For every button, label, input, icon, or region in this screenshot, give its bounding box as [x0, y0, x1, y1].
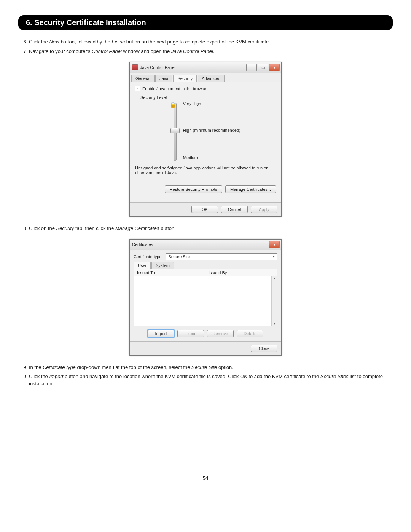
cert-type-dropdown[interactable]: Secure Site ▾: [166, 253, 277, 260]
cert-subtabs: User System: [130, 260, 281, 269]
security-level-label: Security Level: [140, 95, 276, 100]
restore-prompts-button[interactable]: Restore Security Prompts: [165, 185, 222, 193]
close-dialog-button[interactable]: Close: [251, 345, 277, 352]
col-issued-by[interactable]: Issued By: [206, 269, 277, 276]
page-number: 54: [18, 475, 393, 481]
list-header: Issued To Issued By: [134, 269, 277, 276]
text: window and open the: [122, 48, 171, 54]
java-control-panel-window: Java Control Panel — ▭ x General Java Se…: [129, 62, 282, 217]
step-list-mid: Click on the Security tab, then click th…: [18, 225, 393, 232]
details-button[interactable]: Details: [237, 330, 263, 337]
tab-bar: General Java Security Advanced: [130, 73, 281, 82]
level-very-high: Very High: [180, 101, 201, 106]
tab-java[interactable]: Java: [155, 75, 172, 82]
scroll-up-icon[interactable]: ▴: [274, 276, 275, 280]
dialog-footer: OK Cancel Apply: [130, 202, 281, 216]
text-italic: OK: [240, 374, 247, 379]
level-medium: Medium: [180, 155, 198, 160]
cert-type-row: Certificate type: Secure Site ▾: [130, 250, 281, 260]
text: Navigate to your computer's: [29, 48, 92, 54]
text: Click the: [29, 39, 49, 45]
text: drop-down menu at the top of the screen,…: [76, 364, 191, 370]
step-6: Click the Next button, followed by the F…: [29, 38, 393, 46]
remove-button[interactable]: Remove: [207, 330, 234, 337]
text-italic: Import: [49, 374, 63, 379]
ok-button[interactable]: OK: [191, 206, 218, 213]
cert-action-buttons: Import Export Remove Details: [130, 329, 281, 341]
text-italic: Certificate type: [43, 364, 76, 370]
certificate-list[interactable]: Issued To Issued By ▴ ▾: [134, 269, 277, 326]
tab-advanced[interactable]: Advanced: [198, 75, 225, 82]
security-slider[interactable]: 🔒 Very High High (minimum recommended) M…: [169, 101, 276, 163]
text-italic: Next: [49, 39, 59, 45]
text: option.: [217, 364, 233, 370]
text: to add the KVM certificate to the: [247, 374, 320, 379]
text-italic: Secure Site: [191, 364, 217, 370]
step-10: Click the Import button and navigate to …: [29, 373, 393, 388]
text: button.: [159, 225, 176, 231]
text-italic: Java Control Panel: [171, 48, 213, 54]
text-italic: Security: [56, 225, 74, 231]
scrollbar[interactable]: ▴ ▾: [271, 276, 277, 326]
manage-certificates-button[interactable]: Manage Certificates...: [225, 185, 276, 193]
enable-java-label: Enable Java content in the browser: [142, 86, 208, 91]
step-list-top: Click the Next button, followed by the F…: [18, 38, 393, 55]
lock-icon: 🔒: [169, 101, 177, 109]
security-panel: ✓ Enable Java content in the browser Sec…: [130, 82, 281, 202]
java-app-icon: [132, 64, 138, 70]
checkbox-icon[interactable]: ✓: [135, 86, 140, 91]
text: In the: [29, 364, 43, 370]
titlebar[interactable]: Java Control Panel — ▭ x: [130, 62, 281, 73]
window-title: Java Control Panel: [140, 65, 175, 70]
text-italic: Secure Sites: [320, 374, 349, 379]
tab-general[interactable]: General: [131, 75, 155, 82]
close-button[interactable]: x: [269, 241, 280, 248]
minimize-button[interactable]: —: [246, 64, 257, 71]
text: button and navigate to the location wher…: [63, 374, 240, 379]
step-list-bottom: In the Certificate type drop-down menu a…: [18, 364, 393, 388]
step-7: Navigate to your computer's Control Pane…: [29, 48, 393, 55]
text-italic: Manage Certificates: [115, 225, 159, 231]
text: Click on the: [29, 225, 56, 231]
step-9: In the Certificate type drop-down menu a…: [29, 364, 393, 371]
dialog-footer: Close: [130, 341, 281, 355]
chevron-down-icon: ▾: [273, 255, 275, 259]
slider-thumb[interactable]: [170, 128, 180, 133]
titlebar[interactable]: Certificates x: [130, 240, 281, 250]
text: button, followed by the: [59, 39, 112, 45]
tab-system[interactable]: System: [151, 262, 174, 269]
cancel-button[interactable]: Cancel: [221, 206, 248, 213]
list-body: ▴ ▾: [134, 276, 277, 326]
text: tab, then click the: [74, 225, 115, 231]
apply-button[interactable]: Apply: [251, 206, 277, 213]
step-8: Click on the Security tab, then click th…: [29, 225, 393, 232]
section-heading: 6. Security Certificate Installation: [18, 15, 393, 30]
close-button[interactable]: x: [269, 64, 280, 71]
text: Click the: [29, 374, 49, 379]
text-italic: Control Panel: [92, 48, 122, 54]
maximize-button[interactable]: ▭: [258, 64, 268, 71]
tab-security[interactable]: Security: [173, 75, 197, 82]
enable-java-checkbox-row[interactable]: ✓ Enable Java content in the browser: [135, 86, 276, 91]
text: button on the next page to complete expo…: [125, 39, 270, 45]
text: .: [213, 48, 215, 54]
cert-type-label: Certificate type:: [134, 254, 162, 259]
window-title: Certificates: [132, 242, 153, 247]
certificates-dialog: Certificates x Certificate type: Secure …: [129, 239, 282, 356]
level-high: High (minimum recommended): [180, 128, 241, 133]
tab-user[interactable]: User: [134, 262, 151, 269]
text-italic: Finish: [112, 39, 125, 45]
import-button[interactable]: Import: [148, 330, 174, 337]
scroll-down-icon[interactable]: ▾: [274, 322, 275, 326]
security-note: Unsigned and self-signed Java applicatio…: [135, 166, 276, 175]
export-button[interactable]: Export: [177, 330, 204, 337]
cert-type-value: Secure Site: [168, 254, 190, 259]
col-issued-to[interactable]: Issued To: [134, 269, 206, 276]
